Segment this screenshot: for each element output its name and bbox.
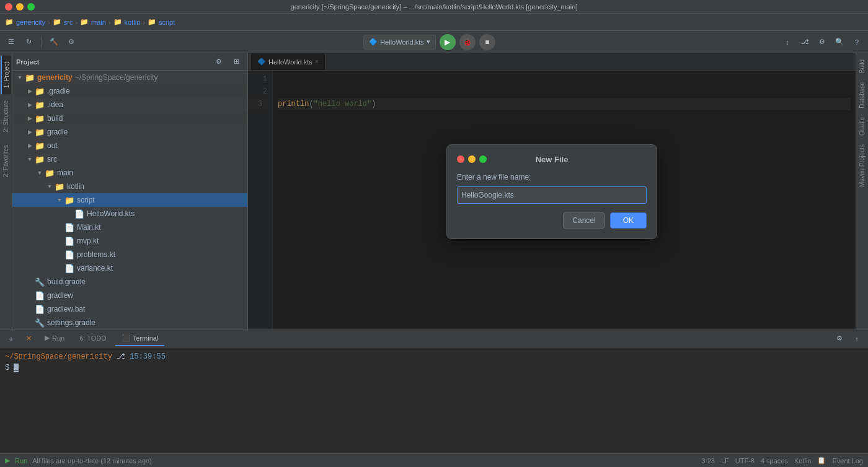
tree-name-buildgradle: build.gradle — [47, 277, 86, 286]
status-encoding[interactable]: UTF-8 — [735, 457, 755, 465]
tree-item-mvp[interactable]: ▶ 📄 mvp.kt — [12, 234, 247, 248]
tree-item-main[interactable]: ▼ 📁 main — [12, 166, 247, 180]
status-indent[interactable]: 4 spaces — [761, 457, 788, 465]
folder-icon-main: 📁 — [45, 168, 55, 178]
toolbar-help-btn[interactable]: ? — [849, 35, 864, 50]
file-icon-gradlew: 📄 — [35, 291, 45, 300]
tree-item-varlance[interactable]: ▶ 📄 varlance.kt — [12, 261, 247, 275]
bottom-tab-run[interactable]: ▶ Run — [38, 331, 71, 346]
tree-item-idea[interactable]: ▶ 📁 .idea — [12, 98, 247, 111]
event-log-label[interactable]: Event Log — [832, 457, 863, 465]
stop-button[interactable]: ■ — [479, 34, 495, 50]
file-icon-buildgradle: 🔧 — [35, 277, 45, 287]
dialog-buttons: Cancel OK — [457, 212, 647, 229]
folder-icon-kotlin: 📁 — [55, 182, 64, 191]
toolbar-project-btn[interactable]: ☰ — [4, 35, 19, 50]
tree-item-build-gradle[interactable]: ▶ 🔧 build.gradle — [12, 275, 247, 289]
dialog-maximize-btn[interactable] — [479, 155, 487, 163]
right-tab-maven[interactable]: Maven Projects — [857, 141, 867, 191]
file-icon-helloworld: 📄 — [74, 209, 84, 219]
bottom-close-btn[interactable]: ✕ — [21, 331, 36, 346]
toolbar-sync-btn[interactable]: ↻ — [21, 35, 36, 50]
toolbar-run-config-btn[interactable]: ⚙ — [64, 35, 79, 50]
dialog-minimize-btn[interactable] — [468, 155, 476, 163]
tree-item-kotlin[interactable]: ▼ 📁 kotlin — [12, 180, 247, 193]
close-button[interactable] — [5, 3, 12, 11]
toolbar-update-btn[interactable]: ↕ — [780, 35, 795, 50]
editor-section: 1: Project 2: Structure 2: Favorites Pro… — [0, 53, 868, 330]
run-button[interactable]: ▶ — [440, 34, 456, 50]
right-tab-database[interactable]: Database — [857, 78, 867, 112]
bottom-tabs: + ✕ ▶ Run 6: TODO ⬛ Terminal ⚙ ↑ — [0, 330, 868, 347]
tree-item-gradlewbat[interactable]: ▶ 📄 gradlew.bat — [12, 302, 247, 316]
bottom-expand-btn[interactable]: ↑ — [849, 331, 864, 346]
debug-button[interactable]: 🐞 — [459, 34, 476, 50]
minimize-button[interactable] — [16, 3, 24, 11]
window-title: genericity [~/SpringSpace/genericity] – … — [291, 3, 578, 11]
window-controls[interactable] — [5, 3, 35, 11]
breadcrumb-item-script[interactable]: script — [159, 19, 175, 26]
tree-item-main-kt[interactable]: ▶ 📄 Main.kt — [12, 220, 247, 234]
new-file-input[interactable] — [457, 186, 647, 204]
tree-item-src[interactable]: ▼ 📁 src — [12, 152, 247, 166]
bottom-settings-btn[interactable]: ⚙ — [832, 331, 847, 346]
tree-name-gradlew: gradlew — [47, 291, 73, 300]
tree-name-gradle-h: .gradle — [47, 87, 70, 95]
file-icon-mvp: 📄 — [64, 237, 74, 246]
toolbar-git-btn[interactable]: ⎇ — [797, 35, 812, 50]
tree-item-build[interactable]: ▶ 📁 build — [12, 111, 247, 125]
bottom-add-btn[interactable]: + — [4, 331, 19, 346]
terminal-icon: ⬛ — [122, 334, 130, 342]
tree-name-mvp: mvp.kt — [77, 237, 99, 245]
right-tab-gradle[interactable]: Gradle — [857, 113, 867, 139]
tree-name-settingsgradle: settings.gradle — [47, 318, 95, 327]
tree-item-out[interactable]: ▶ 📁 out — [12, 139, 247, 152]
tree-name-varlance: varlance.kt — [77, 264, 113, 273]
left-tab-favorites[interactable]: 2: Favorites — [1, 139, 11, 183]
breadcrumb-item-main[interactable]: main — [91, 19, 106, 26]
status-lf[interactable]: LF — [721, 457, 729, 465]
bottom-tab-terminal[interactable]: ⬛ Terminal — [115, 331, 165, 346]
todo-label: 6: TODO — [79, 334, 107, 342]
toolbar-search-btn[interactable]: 🔍 — [832, 35, 847, 50]
breadcrumb-item-src[interactable]: src — [64, 19, 73, 26]
tree-item-gradlew[interactable]: ▶ 📄 gradlew — [12, 289, 247, 302]
bottom-tab-todo[interactable]: 6: TODO — [73, 331, 113, 346]
status-line-col[interactable]: 3:23 — [701, 457, 714, 465]
tree-item-gradle[interactable]: ▶ 📁 gradle — [12, 125, 247, 139]
run-center: 🔷 HelloWorld.kts ▾ ▶ 🐞 ■ — [363, 34, 495, 50]
breadcrumb-icon: 📁 — [5, 18, 14, 26]
dialog-label: Enter a new file name: — [457, 173, 647, 181]
terminal-line-1: ~/SpringSpace/genericity ⎇ 15:39:55 — [5, 351, 863, 362]
tree-item-helloworld[interactable]: ▶ 📄 HelloWorld.kts — [12, 207, 247, 220]
right-tab-build[interactable]: Build — [857, 56, 867, 77]
terminal-content[interactable]: ~/SpringSpace/genericity ⎇ 15:39:55 $ _ — [0, 347, 868, 453]
tree-item-problems[interactable]: ▶ 📄 problems.kt — [12, 248, 247, 261]
left-tab-project[interactable]: 1: Project — [1, 56, 11, 94]
editor-area: 🔷 HelloWorld.kts × 1 2 3 println("hello … — [248, 53, 856, 330]
status-message: All files are up-to-date (12 minutes ago… — [32, 457, 152, 465]
status-lang[interactable]: Kotlin — [794, 457, 812, 465]
run-selector[interactable]: 🔷 HelloWorld.kts ▾ — [363, 35, 436, 50]
maximize-button[interactable] — [27, 3, 35, 11]
ok-button[interactable]: OK — [610, 212, 647, 229]
terminal-path: ~/SpringSpace/genericity — [5, 352, 112, 361]
tree-item-settings-gradle[interactable]: ▶ 🔧 settings.gradle — [12, 316, 247, 330]
breadcrumb-item-genericity[interactable]: genericity — [16, 19, 45, 26]
breadcrumb-item-kotlin[interactable]: kotlin — [125, 19, 141, 26]
toolbar-settings-btn[interactable]: ⚙ — [815, 35, 830, 50]
left-tab-structure[interactable]: 2: Structure — [1, 94, 11, 139]
toolbar-build-btn[interactable]: 🔨 — [46, 35, 61, 50]
dialog-title: New File — [536, 155, 569, 164]
terminal-time: 15:39:55 — [130, 352, 166, 361]
sidebar-expand-icon[interactable]: ⊞ — [229, 55, 244, 69]
sidebar: Project ⚙ ⊞ ▼ 📁 genericity ~/SpringSpace… — [12, 53, 248, 330]
dialog-close-btn[interactable] — [457, 155, 464, 163]
tree-root[interactable]: ▼ 📁 genericity ~/SpringSpace/genericity — [12, 71, 247, 84]
cancel-button[interactable]: Cancel — [563, 212, 604, 229]
sidebar-gear-icon[interactable]: ⚙ — [211, 55, 226, 69]
tree-name-gradlewbat: gradlew.bat — [47, 305, 85, 313]
dialog-traffic-lights[interactable] — [457, 155, 487, 163]
tree-item-script[interactable]: ▼ 📁 script — [12, 193, 247, 207]
tree-item-gradle-hidden[interactable]: ▶ 📁 .gradle — [12, 84, 247, 98]
